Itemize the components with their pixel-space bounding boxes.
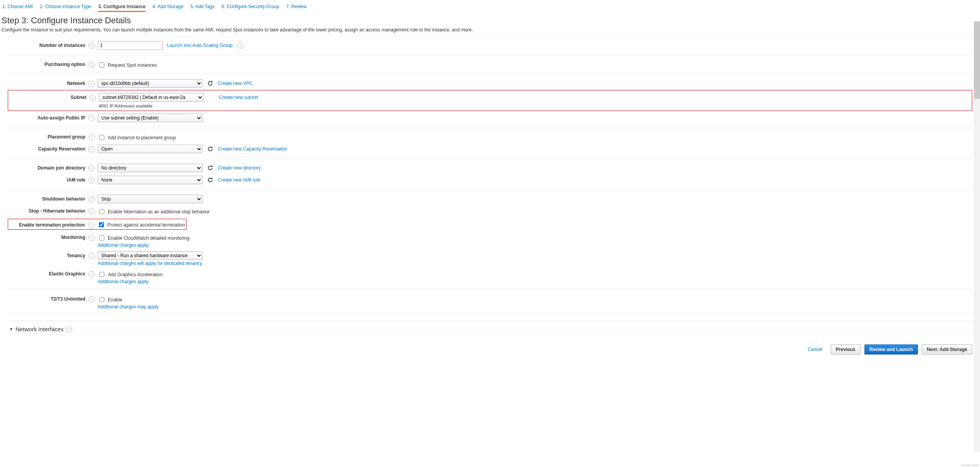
shutdown-select[interactable]: Stop [98,195,202,203]
label-purchasing: Purchasing option [8,60,88,67]
termination-highlight: Enable termination protection i Protect … [8,219,187,230]
info-icon[interactable]: i [88,222,94,228]
info-icon[interactable]: i [88,134,95,140]
info-icon[interactable]: i [237,42,244,48]
footer: Cancel Previous Review and Launch Next: … [0,341,980,358]
tab-configure-instance[interactable]: 3. Configure Instance [98,2,145,12]
section-title: Network interfaces [16,326,64,332]
elastic-checkbox[interactable] [99,272,104,277]
tab-add-tags[interactable]: 5. Add Tags [190,2,215,12]
label-monitoring: Monitoring [8,233,88,240]
tenancy-select[interactable]: Shared - Run a shared hardware instance [98,251,202,260]
link-create-capacity[interactable]: Create new Capacity Reservation [218,146,287,152]
info-icon[interactable]: i [88,43,95,49]
refresh-icon[interactable] [207,146,213,152]
elastic-cb-label: Add Graphics Acceleration [108,272,162,277]
form: Number of instances i Launch into Auto S… [8,36,972,334]
info-icon[interactable]: i [88,208,95,214]
label-hibernate: Stop - Hibernate behavior [8,207,88,214]
page-title: Step 3: Configure Instance Details [2,16,980,26]
next-button[interactable]: Next: Add Storage [922,344,972,355]
refresh-icon[interactable] [207,165,213,171]
domain-select[interactable]: No directory [98,164,202,172]
spot-checkbox[interactable] [99,62,104,67]
label-shutdown: Shutdown behavior [8,195,88,202]
subnet-highlight: Subnet i subnet-b97283d2 | Default in us… [8,90,972,111]
label-capacity: Capacity Reservation [8,145,88,152]
label-elastic: Elastic Graphics [8,270,88,277]
link-autoscaling[interactable]: Launch into Auto Scaling Group [167,43,233,48]
termination-cb-label: Protect against accidental termination [107,222,185,228]
hibernate-checkbox[interactable] [99,209,104,214]
scrollbar[interactable] [974,21,980,358]
label-network: Network [8,79,88,86]
info-icon[interactable]: i [88,196,95,202]
link-create-iam[interactable]: Create new IAM role [218,177,260,183]
info-icon[interactable]: i [88,296,95,303]
instances-input[interactable] [98,41,162,50]
caret-down-icon: ▼ [9,327,13,331]
previous-button[interactable]: Previous [831,344,861,355]
scrollbar-thumb[interactable] [974,21,980,99]
link-create-directory[interactable]: Create new directory [218,165,261,171]
termination-checkbox[interactable] [99,222,104,227]
spot-label: Request Spot instances [108,62,157,68]
label-domain: Domain join directory [8,164,88,171]
page-subtitle: Configure the instance to suit your requ… [2,27,980,33]
label-t2t3: T2/T3 Unlimited [8,295,88,302]
link-create-vpc[interactable]: Create new VPC [218,81,252,86]
refresh-icon[interactable] [207,177,213,183]
subnet-select[interactable]: subnet-b97283d2 | Default in us-east-2a [99,93,204,102]
label-placement: Placement group [8,133,88,140]
link-elastic-charges[interactable]: Additional charges apply. [98,279,972,284]
tab-choose-type[interactable]: 2. Choose Instance Type [40,2,92,12]
info-icon[interactable]: i [88,253,95,259]
placement-checkbox[interactable] [99,135,104,140]
label-publicip: Auto-assign Public IP [8,114,88,121]
tab-security-group[interactable]: 6. Configure Security Group [221,2,279,12]
tab-review[interactable]: 7. Review [286,2,307,12]
t2t3-checkbox[interactable] [99,297,104,302]
monitoring-checkbox[interactable] [99,235,104,240]
link-create-subnet[interactable]: Create new subnet [219,95,258,100]
info-icon[interactable]: i [66,326,72,332]
label-instances: Number of instances [8,41,88,48]
tab-choose-ami[interactable]: 1. Choose AMI [2,2,33,12]
cancel-button[interactable]: Cancel [803,344,827,355]
monitoring-cb-label: Enable CloudWatch detailed monitoring [108,235,189,241]
link-monitoring-charges[interactable]: Additional charges apply. [98,242,972,248]
info-icon[interactable]: i [88,271,95,277]
info-icon[interactable]: i [88,146,95,152]
wizard-tabs: 1. Choose AMI 2. Choose Instance Type 3.… [0,0,980,12]
subnet-availability: 4091 IP Addresses available [99,104,971,108]
info-icon[interactable]: i [88,177,95,183]
info-icon[interactable]: i [88,81,95,87]
info-icon[interactable]: i [90,95,96,101]
publicip-select[interactable]: Use subnet setting (Enable) [98,114,202,122]
network-select[interactable]: vpc-d010d9bb (default) [98,79,202,88]
hibernate-cb-label: Enable hibernation as an additional stop… [108,209,210,214]
link-t2t3-charges[interactable]: Additional charges may apply [98,304,972,310]
capacity-select[interactable]: Open [98,145,202,153]
review-launch-button[interactable]: Review and Launch [864,344,918,355]
t2t3-cb-label: Enable [108,297,122,303]
placement-cb-label: Add instance to placement group [108,135,176,140]
info-icon[interactable]: i [88,235,95,241]
iam-select[interactable]: None [98,176,202,184]
info-icon[interactable]: i [88,62,95,68]
link-tenancy-charges[interactable]: Additional charges will apply for dedica… [98,261,972,266]
label-tenancy: Tenancy [8,251,88,258]
label-subnet: Subnet [9,93,90,100]
refresh-icon[interactable] [207,80,213,86]
label-iam: IAM role [8,176,88,183]
tab-add-storage[interactable]: 4. Add Storage [152,2,183,12]
info-icon[interactable]: i [88,165,95,171]
section-network-interfaces[interactable]: ▼ Network interfaces i [9,321,972,332]
info-icon[interactable]: i [88,115,95,121]
label-termination: Enable termination protection [9,221,88,228]
